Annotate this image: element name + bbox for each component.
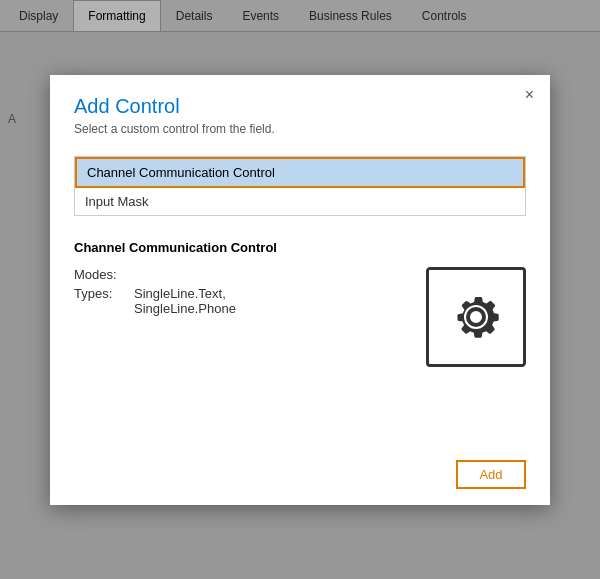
modal-body: Channel Communication Control Input Mask… [50, 144, 550, 448]
control-item-channel-communication[interactable]: Channel Communication Control [75, 157, 525, 188]
add-button[interactable]: Add [456, 460, 526, 489]
detail-name: Channel Communication Control [74, 240, 526, 255]
modal-overlay: × Add Control Select a custom control fr… [0, 0, 600, 579]
modes-label: Modes: [74, 267, 134, 282]
modal-header: Add Control Select a custom control from… [50, 75, 550, 144]
types-value: SingleLine.Text, SingleLine.Phone [134, 286, 236, 316]
detail-types-row: Types: SingleLine.Text, SingleLine.Phone [74, 286, 406, 316]
detail-info: Modes: Types: SingleLine.Text, SingleLin… [74, 267, 406, 320]
modal-subtitle: Select a custom control from the field. [74, 122, 526, 136]
types-label: Types: [74, 286, 134, 316]
add-control-modal: × Add Control Select a custom control fr… [50, 75, 550, 505]
detail-content: Modes: Types: SingleLine.Text, SingleLin… [74, 267, 526, 367]
control-item-input-mask[interactable]: Input Mask [75, 188, 525, 215]
detail-modes-row: Modes: [74, 267, 406, 282]
detail-section: Channel Communication Control Modes: Typ… [74, 240, 526, 436]
modal-footer: Add [50, 448, 550, 505]
gear-icon [446, 287, 506, 347]
control-icon [426, 267, 526, 367]
modal-title: Add Control [74, 95, 526, 118]
control-list: Channel Communication Control Input Mask [74, 156, 526, 216]
modal-close-button[interactable]: × [521, 85, 538, 105]
